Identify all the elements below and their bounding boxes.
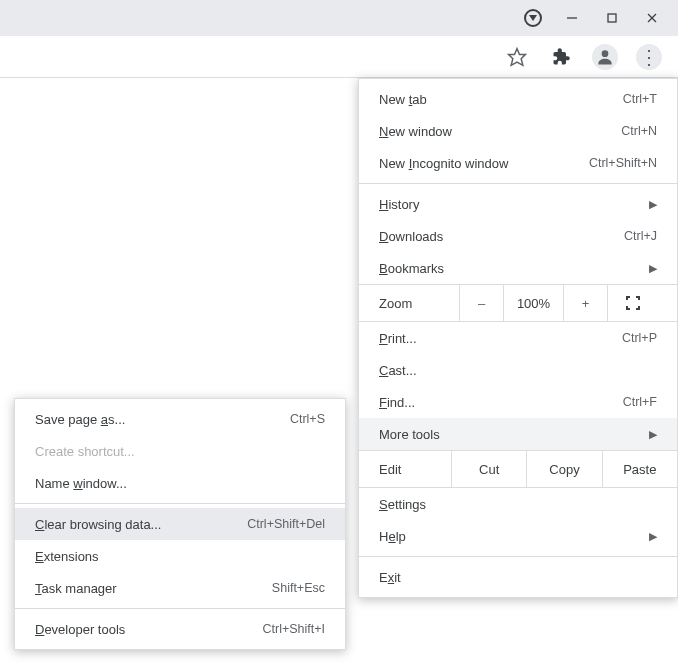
edit-label: Edit bbox=[359, 462, 451, 477]
menu-cast[interactable]: Cast... bbox=[359, 354, 677, 386]
submenu-save-page[interactable]: Save page as...Ctrl+S bbox=[15, 403, 345, 435]
cut-button[interactable]: Cut bbox=[451, 451, 526, 487]
extensions-puzzle-icon[interactable] bbox=[548, 44, 574, 70]
menu-edit-row: Edit Cut Copy Paste bbox=[359, 450, 677, 488]
svg-point-5 bbox=[602, 50, 609, 57]
svg-marker-4 bbox=[509, 48, 526, 65]
submenu-name-window[interactable]: Name window... bbox=[15, 467, 345, 499]
zoom-in-button[interactable]: + bbox=[563, 285, 607, 321]
copy-button[interactable]: Copy bbox=[526, 451, 601, 487]
menu-help[interactable]: Help▶ bbox=[359, 520, 677, 552]
menu-print[interactable]: Print...Ctrl+P bbox=[359, 322, 677, 354]
menu-incognito[interactable]: New Incognito windowCtrl+Shift+N bbox=[359, 147, 677, 179]
submenu-extensions[interactable]: Extensions bbox=[15, 540, 345, 572]
submenu-developer-tools[interactable]: Developer toolsCtrl+Shift+I bbox=[15, 613, 345, 645]
zoom-out-button[interactable]: – bbox=[459, 285, 503, 321]
submenu-separator bbox=[15, 608, 345, 609]
profile-avatar-icon[interactable] bbox=[592, 44, 618, 70]
chrome-menu: New tabCtrl+T New windowCtrl+N New Incog… bbox=[358, 78, 678, 598]
menu-zoom-row: Zoom – 100% + bbox=[359, 284, 677, 322]
window-close-button[interactable] bbox=[632, 3, 672, 33]
menu-find[interactable]: Find...Ctrl+F bbox=[359, 386, 677, 418]
page-content: e New tabCtrl+T New windowCtrl+N New Inc… bbox=[0, 78, 678, 672]
menu-history[interactable]: History▶ bbox=[359, 188, 677, 220]
menu-separator bbox=[359, 556, 677, 557]
submenu-separator bbox=[15, 503, 345, 504]
menu-separator bbox=[359, 183, 677, 184]
paste-button[interactable]: Paste bbox=[602, 451, 677, 487]
menu-new-window[interactable]: New windowCtrl+N bbox=[359, 115, 677, 147]
submenu-create-shortcut: Create shortcut... bbox=[15, 435, 345, 467]
fullscreen-button[interactable] bbox=[607, 285, 657, 321]
account-dropdown-icon[interactable] bbox=[524, 9, 542, 27]
menu-more-tools[interactable]: More tools▶ bbox=[359, 418, 677, 450]
menu-exit[interactable]: Exit bbox=[359, 561, 677, 593]
window-maximize-button[interactable] bbox=[592, 3, 632, 33]
menu-settings[interactable]: Settings bbox=[359, 488, 677, 520]
window-titlebar bbox=[0, 0, 678, 36]
zoom-value: 100% bbox=[503, 285, 563, 321]
fullscreen-icon bbox=[626, 296, 640, 310]
browser-toolbar bbox=[0, 36, 678, 78]
zoom-label: Zoom bbox=[359, 296, 459, 311]
bookmark-star-icon[interactable] bbox=[504, 44, 530, 70]
menu-downloads[interactable]: DownloadsCtrl+J bbox=[359, 220, 677, 252]
menu-bookmarks[interactable]: Bookmarks▶ bbox=[359, 252, 677, 284]
submenu-clear-browsing-data[interactable]: Clear browsing data...Ctrl+Shift+Del bbox=[15, 508, 345, 540]
more-tools-submenu: Save page as...Ctrl+S Create shortcut...… bbox=[14, 398, 346, 650]
svg-rect-1 bbox=[608, 14, 616, 22]
menu-button[interactable] bbox=[636, 44, 662, 70]
submenu-task-manager[interactable]: Task managerShift+Esc bbox=[15, 572, 345, 604]
window-minimize-button[interactable] bbox=[552, 3, 592, 33]
menu-new-tab[interactable]: New tabCtrl+T bbox=[359, 83, 677, 115]
